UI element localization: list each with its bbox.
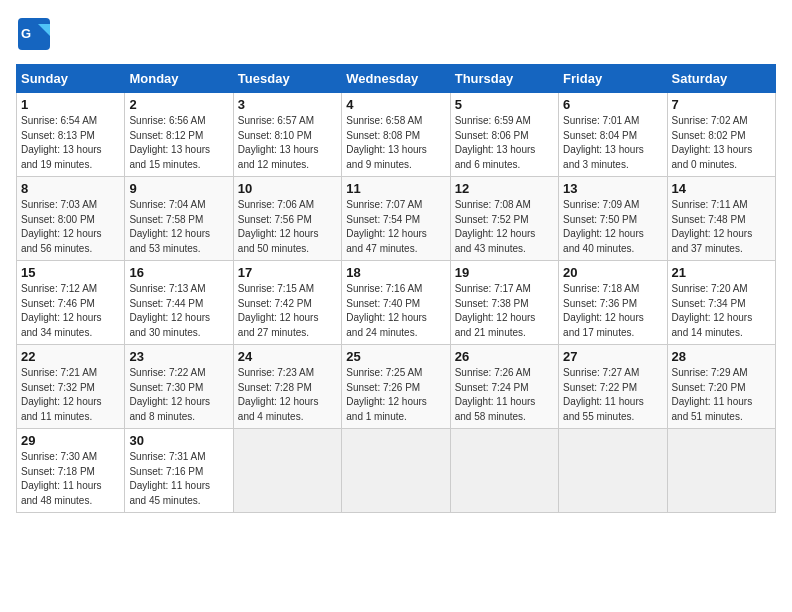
page-header: G xyxy=(16,16,776,52)
day-number: 2 xyxy=(129,97,228,112)
day-info: Sunrise: 7:31 AMSunset: 7:16 PMDaylight:… xyxy=(129,450,228,508)
day-info: Sunrise: 7:06 AMSunset: 7:56 PMDaylight:… xyxy=(238,198,337,256)
day-number: 9 xyxy=(129,181,228,196)
day-info: Sunrise: 7:18 AMSunset: 7:36 PMDaylight:… xyxy=(563,282,662,340)
day-header-sunday: Sunday xyxy=(17,65,125,93)
calendar-cell: 3 Sunrise: 6:57 AMSunset: 8:10 PMDayligh… xyxy=(233,93,341,177)
day-number: 30 xyxy=(129,433,228,448)
calendar-cell: 1 Sunrise: 6:54 AMSunset: 8:13 PMDayligh… xyxy=(17,93,125,177)
day-header-friday: Friday xyxy=(559,65,667,93)
day-header-tuesday: Tuesday xyxy=(233,65,341,93)
day-info: Sunrise: 7:25 AMSunset: 7:26 PMDaylight:… xyxy=(346,366,445,424)
calendar-week-row: 8 Sunrise: 7:03 AMSunset: 8:00 PMDayligh… xyxy=(17,177,776,261)
calendar-cell: 11 Sunrise: 7:07 AMSunset: 7:54 PMDaylig… xyxy=(342,177,450,261)
calendar-cell: 29 Sunrise: 7:30 AMSunset: 7:18 PMDaylig… xyxy=(17,429,125,513)
calendar-week-row: 1 Sunrise: 6:54 AMSunset: 8:13 PMDayligh… xyxy=(17,93,776,177)
day-number: 12 xyxy=(455,181,554,196)
day-info: Sunrise: 7:08 AMSunset: 7:52 PMDaylight:… xyxy=(455,198,554,256)
calendar-cell: 16 Sunrise: 7:13 AMSunset: 7:44 PMDaylig… xyxy=(125,261,233,345)
calendar-cell: 30 Sunrise: 7:31 AMSunset: 7:16 PMDaylig… xyxy=(125,429,233,513)
day-number: 18 xyxy=(346,265,445,280)
logo: G xyxy=(16,16,56,52)
calendar-cell: 15 Sunrise: 7:12 AMSunset: 7:46 PMDaylig… xyxy=(17,261,125,345)
day-info: Sunrise: 7:09 AMSunset: 7:50 PMDaylight:… xyxy=(563,198,662,256)
day-number: 29 xyxy=(21,433,120,448)
day-number: 5 xyxy=(455,97,554,112)
calendar-cell xyxy=(233,429,341,513)
day-info: Sunrise: 6:57 AMSunset: 8:10 PMDaylight:… xyxy=(238,114,337,172)
day-info: Sunrise: 6:56 AMSunset: 8:12 PMDaylight:… xyxy=(129,114,228,172)
calendar-cell: 26 Sunrise: 7:26 AMSunset: 7:24 PMDaylig… xyxy=(450,345,558,429)
day-info: Sunrise: 7:30 AMSunset: 7:18 PMDaylight:… xyxy=(21,450,120,508)
day-info: Sunrise: 7:13 AMSunset: 7:44 PMDaylight:… xyxy=(129,282,228,340)
day-number: 13 xyxy=(563,181,662,196)
day-number: 7 xyxy=(672,97,771,112)
day-info: Sunrise: 6:54 AMSunset: 8:13 PMDaylight:… xyxy=(21,114,120,172)
day-info: Sunrise: 7:16 AMSunset: 7:40 PMDaylight:… xyxy=(346,282,445,340)
calendar-cell: 12 Sunrise: 7:08 AMSunset: 7:52 PMDaylig… xyxy=(450,177,558,261)
day-info: Sunrise: 7:20 AMSunset: 7:34 PMDaylight:… xyxy=(672,282,771,340)
calendar-week-row: 15 Sunrise: 7:12 AMSunset: 7:46 PMDaylig… xyxy=(17,261,776,345)
day-header-thursday: Thursday xyxy=(450,65,558,93)
day-number: 20 xyxy=(563,265,662,280)
day-info: Sunrise: 7:27 AMSunset: 7:22 PMDaylight:… xyxy=(563,366,662,424)
day-info: Sunrise: 7:04 AMSunset: 7:58 PMDaylight:… xyxy=(129,198,228,256)
day-number: 4 xyxy=(346,97,445,112)
calendar-cell: 5 Sunrise: 6:59 AMSunset: 8:06 PMDayligh… xyxy=(450,93,558,177)
calendar-cell: 24 Sunrise: 7:23 AMSunset: 7:28 PMDaylig… xyxy=(233,345,341,429)
day-info: Sunrise: 6:58 AMSunset: 8:08 PMDaylight:… xyxy=(346,114,445,172)
day-info: Sunrise: 7:26 AMSunset: 7:24 PMDaylight:… xyxy=(455,366,554,424)
day-number: 21 xyxy=(672,265,771,280)
day-number: 14 xyxy=(672,181,771,196)
day-number: 3 xyxy=(238,97,337,112)
day-number: 19 xyxy=(455,265,554,280)
day-header-monday: Monday xyxy=(125,65,233,93)
day-number: 6 xyxy=(563,97,662,112)
day-info: Sunrise: 7:15 AMSunset: 7:42 PMDaylight:… xyxy=(238,282,337,340)
svg-text:G: G xyxy=(21,26,31,41)
calendar-cell xyxy=(667,429,775,513)
day-info: Sunrise: 7:23 AMSunset: 7:28 PMDaylight:… xyxy=(238,366,337,424)
day-info: Sunrise: 7:17 AMSunset: 7:38 PMDaylight:… xyxy=(455,282,554,340)
day-number: 15 xyxy=(21,265,120,280)
day-number: 16 xyxy=(129,265,228,280)
day-number: 17 xyxy=(238,265,337,280)
day-info: Sunrise: 7:11 AMSunset: 7:48 PMDaylight:… xyxy=(672,198,771,256)
day-number: 27 xyxy=(563,349,662,364)
calendar-cell: 22 Sunrise: 7:21 AMSunset: 7:32 PMDaylig… xyxy=(17,345,125,429)
day-info: Sunrise: 7:07 AMSunset: 7:54 PMDaylight:… xyxy=(346,198,445,256)
day-number: 11 xyxy=(346,181,445,196)
day-info: Sunrise: 7:12 AMSunset: 7:46 PMDaylight:… xyxy=(21,282,120,340)
calendar-cell: 6 Sunrise: 7:01 AMSunset: 8:04 PMDayligh… xyxy=(559,93,667,177)
day-info: Sunrise: 7:21 AMSunset: 7:32 PMDaylight:… xyxy=(21,366,120,424)
calendar-table: SundayMondayTuesdayWednesdayThursdayFrid… xyxy=(16,64,776,513)
calendar-cell: 17 Sunrise: 7:15 AMSunset: 7:42 PMDaylig… xyxy=(233,261,341,345)
calendar-cell: 28 Sunrise: 7:29 AMSunset: 7:20 PMDaylig… xyxy=(667,345,775,429)
logo-icon: G xyxy=(16,16,52,52)
day-info: Sunrise: 7:01 AMSunset: 8:04 PMDaylight:… xyxy=(563,114,662,172)
day-info: Sunrise: 7:02 AMSunset: 8:02 PMDaylight:… xyxy=(672,114,771,172)
day-number: 23 xyxy=(129,349,228,364)
calendar-cell: 9 Sunrise: 7:04 AMSunset: 7:58 PMDayligh… xyxy=(125,177,233,261)
calendar-cell: 20 Sunrise: 7:18 AMSunset: 7:36 PMDaylig… xyxy=(559,261,667,345)
day-number: 22 xyxy=(21,349,120,364)
calendar-cell: 2 Sunrise: 6:56 AMSunset: 8:12 PMDayligh… xyxy=(125,93,233,177)
calendar-cell: 21 Sunrise: 7:20 AMSunset: 7:34 PMDaylig… xyxy=(667,261,775,345)
day-info: Sunrise: 7:22 AMSunset: 7:30 PMDaylight:… xyxy=(129,366,228,424)
calendar-cell: 10 Sunrise: 7:06 AMSunset: 7:56 PMDaylig… xyxy=(233,177,341,261)
calendar-header-row: SundayMondayTuesdayWednesdayThursdayFrid… xyxy=(17,65,776,93)
day-info: Sunrise: 7:29 AMSunset: 7:20 PMDaylight:… xyxy=(672,366,771,424)
day-number: 24 xyxy=(238,349,337,364)
calendar-week-row: 29 Sunrise: 7:30 AMSunset: 7:18 PMDaylig… xyxy=(17,429,776,513)
calendar-week-row: 22 Sunrise: 7:21 AMSunset: 7:32 PMDaylig… xyxy=(17,345,776,429)
calendar-cell xyxy=(559,429,667,513)
calendar-cell: 23 Sunrise: 7:22 AMSunset: 7:30 PMDaylig… xyxy=(125,345,233,429)
calendar-cell: 27 Sunrise: 7:27 AMSunset: 7:22 PMDaylig… xyxy=(559,345,667,429)
calendar-cell: 19 Sunrise: 7:17 AMSunset: 7:38 PMDaylig… xyxy=(450,261,558,345)
day-number: 28 xyxy=(672,349,771,364)
calendar-cell: 8 Sunrise: 7:03 AMSunset: 8:00 PMDayligh… xyxy=(17,177,125,261)
calendar-cell: 25 Sunrise: 7:25 AMSunset: 7:26 PMDaylig… xyxy=(342,345,450,429)
day-info: Sunrise: 7:03 AMSunset: 8:00 PMDaylight:… xyxy=(21,198,120,256)
calendar-cell: 7 Sunrise: 7:02 AMSunset: 8:02 PMDayligh… xyxy=(667,93,775,177)
day-number: 8 xyxy=(21,181,120,196)
